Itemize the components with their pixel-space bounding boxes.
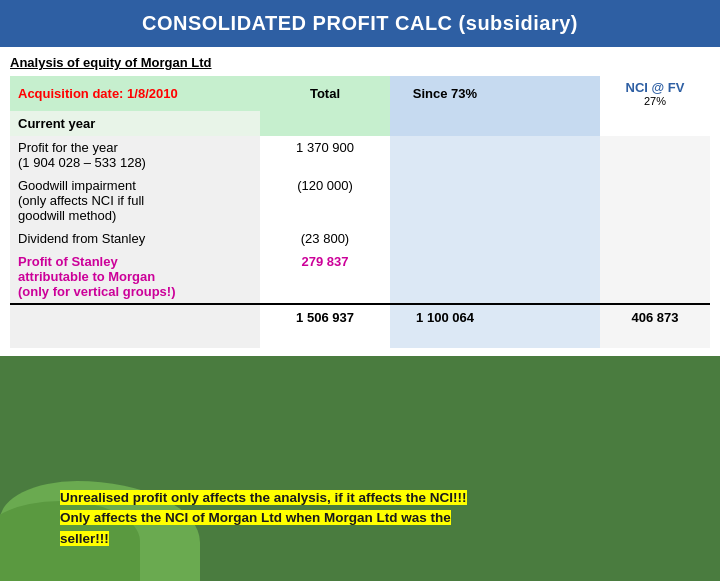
analysis-title: Analysis of equity of Morgan Ltd <box>10 55 710 70</box>
total-col4 <box>500 304 600 330</box>
profit-row: Profit for the year(1 904 028 – 533 128)… <box>10 136 710 174</box>
current-year-since <box>390 111 500 136</box>
page-header: CONSOLIDATED PROFIT CALC (subsidiary) <box>0 0 720 47</box>
col2-header: Total <box>260 76 390 111</box>
stanley-label: Profit of Stanleyattributable to Morgan(… <box>10 250 260 304</box>
stanley-empty <box>500 250 600 304</box>
dividend-row: Dividend from Stanley (23 800) <box>10 227 710 250</box>
spacer-col3 <box>390 330 500 348</box>
current-year-row: Current year <box>10 111 710 136</box>
stanley-row: Profit of Stanleyattributable to Morgan(… <box>10 250 710 304</box>
profit-empty <box>500 136 600 174</box>
profit-total: 1 370 900 <box>260 136 390 174</box>
table-area: Analysis of equity of Morgan Ltd Acquisi… <box>0 47 720 356</box>
main-container: CONSOLIDATED PROFIT CALC (subsidiary) An… <box>0 0 720 581</box>
current-year-label: Current year <box>10 111 260 136</box>
total-col3: 1 100 064 <box>390 304 500 330</box>
current-year-total <box>260 111 390 136</box>
footer-line3: seller!!! <box>60 531 109 546</box>
stanley-total: 279 837 <box>260 250 390 304</box>
goodwill-nci <box>600 174 710 227</box>
header-title: CONSOLIDATED PROFIT CALC (subsidiary) <box>142 12 578 34</box>
stanley-nci <box>600 250 710 304</box>
profit-since <box>390 136 500 174</box>
col5-header: NCI @ FV 27% <box>600 76 710 111</box>
stanley-since <box>390 250 500 304</box>
totals-row: 1 506 937 1 100 064 406 873 <box>10 304 710 330</box>
dividend-since <box>390 227 500 250</box>
footer-text: Unrealised profit only affects the analy… <box>20 473 487 559</box>
goodwill-total: (120 000) <box>260 174 390 227</box>
totals-label-cell <box>10 304 260 330</box>
dividend-nci <box>600 227 710 250</box>
dividend-total: (23 800) <box>260 227 390 250</box>
current-year-empty <box>500 111 600 136</box>
bottom-area: Unrealised profit only affects the analy… <box>0 451 720 581</box>
spacer-row <box>10 330 710 348</box>
total-col2: 1 506 937 <box>260 304 390 330</box>
spacer-col5 <box>600 330 710 348</box>
current-year-nci <box>600 111 710 136</box>
goodwill-row: Goodwill impairment(only affects NCI if … <box>10 174 710 227</box>
profit-label: Profit for the year(1 904 028 – 533 128) <box>10 136 260 174</box>
col4-header <box>500 76 600 111</box>
total-col5: 406 873 <box>600 304 710 330</box>
footer-line2: Only affects the NCI of Morgan Ltd when … <box>60 510 451 525</box>
dividend-empty <box>500 227 600 250</box>
spacer-col2 <box>260 330 390 348</box>
goodwill-label: Goodwill impairment(only affects NCI if … <box>10 174 260 227</box>
spacer-col1 <box>10 330 260 348</box>
dividend-label: Dividend from Stanley <box>10 227 260 250</box>
footer-line1: Unrealised profit only affects the analy… <box>60 490 467 505</box>
profit-nci <box>600 136 710 174</box>
goodwill-since <box>390 174 500 227</box>
col1-header: Acquisition date: 1/8/2010 <box>10 76 260 111</box>
goodwill-empty <box>500 174 600 227</box>
col3-header: Since 73% <box>390 76 500 111</box>
spacer-col4 <box>500 330 600 348</box>
main-table: Acquisition date: 1/8/2010 Total Since 7… <box>10 76 710 348</box>
